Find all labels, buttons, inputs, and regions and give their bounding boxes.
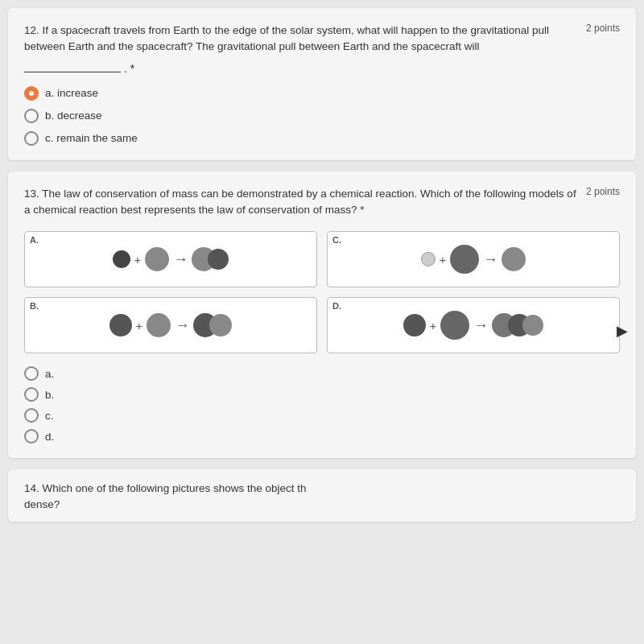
diagram-b: B. + → — [24, 297, 317, 353]
q12-label-c: c. remain the same — [45, 132, 138, 144]
q13-radio-b[interactable] — [24, 387, 39, 402]
diagram-d-molecules: + → — [403, 311, 544, 340]
circle-d-2 — [440, 311, 469, 340]
diagram-a-label: A. — [30, 235, 39, 245]
q12-label-a: a. increase — [45, 87, 98, 99]
arrow-c: → — [483, 251, 497, 268]
q13-body: The law of conservation of mass can be d… — [24, 188, 576, 216]
circle-c-r — [502, 247, 526, 271]
diagram-d: D. + → — [327, 297, 620, 353]
duo-a-result — [192, 247, 229, 271]
circle-a-1 — [113, 250, 130, 268]
diagram-b-label: B. — [30, 301, 39, 311]
diagram-a-molecules: + → — [113, 247, 229, 271]
q13-radio-c[interactable] — [24, 408, 39, 423]
circle-a-r2 — [208, 249, 229, 270]
q13-option-b[interactable]: b. — [24, 387, 620, 402]
q13-number: 13. — [24, 188, 39, 200]
q12-option-a[interactable]: a. increase — [24, 86, 620, 101]
q13-option-d[interactable]: d. — [24, 429, 620, 444]
question-12-header: 12. If a spacecraft travels from Earth t… — [24, 23, 620, 56]
plus-b: + — [136, 319, 143, 332]
q14-number: 14. — [24, 482, 39, 494]
diagram-a: A. + → — [24, 231, 317, 287]
q12-fill-blank-line: . * — [24, 62, 620, 75]
question-13-text: 13. The law of conservation of mass can … — [24, 186, 578, 219]
question-12-text: 12. If a spacecraft travels from Earth t… — [24, 23, 578, 56]
diagram-c-molecules: + → — [421, 245, 526, 274]
q13-label-b: b. — [45, 389, 54, 401]
q13-label-c: c. — [45, 410, 54, 422]
diagram-d-label: D. — [332, 301, 341, 311]
q12-option-b[interactable]: b. decrease — [24, 109, 620, 123]
q12-radio-c[interactable] — [24, 131, 39, 146]
question-14-card: 14. Which one of the following pictures … — [8, 469, 636, 522]
plus-a: + — [134, 253, 142, 266]
q13-points: 2 points — [586, 186, 620, 197]
diagrams-grid: A. + → C. + → — [24, 231, 620, 353]
q12-radio-a[interactable] — [24, 86, 39, 101]
q12-number: 12. — [24, 24, 39, 36]
q13-radio-d[interactable] — [24, 429, 39, 444]
circle-d-1 — [403, 314, 426, 336]
q12-options-list: a. increase b. decrease c. remain the sa… — [24, 86, 620, 146]
diagram-c: C. + → — [327, 231, 620, 287]
q14-body: Which one of the following pictures show… — [43, 482, 307, 494]
q12-label-b: b. decrease — [45, 109, 102, 122]
q12-points: 2 points — [586, 23, 620, 34]
arrow-d: → — [473, 317, 488, 334]
circle-c-2 — [450, 245, 479, 274]
q12-radio-a-inner — [29, 91, 34, 96]
circle-b-1 — [109, 314, 132, 336]
plus-c: + — [440, 253, 447, 266]
question-12-card: 12. If a spacecraft travels from Earth t… — [8, 8, 636, 160]
q13-option-c[interactable]: c. — [24, 408, 620, 423]
circle-b-2 — [147, 313, 171, 337]
circle-c-1 — [421, 252, 436, 266]
q12-radio-b[interactable] — [24, 109, 39, 123]
arrow-a: → — [173, 251, 188, 268]
q12-option-c[interactable]: c. remain the same — [24, 131, 620, 146]
q13-label-a: a. — [45, 368, 54, 380]
circle-b-r2 — [209, 314, 232, 336]
question-13-header: 13. The law of conservation of mass can … — [24, 186, 620, 219]
question-13-card: 13. The law of conservation of mass can … — [8, 171, 636, 459]
arrow-b: → — [175, 317, 189, 334]
trio-d-result — [492, 313, 543, 337]
circle-a-2 — [145, 247, 169, 271]
q14-body2: dense? — [24, 498, 60, 510]
diagram-c-label: C. — [332, 235, 341, 245]
diagram-b-molecules: + → — [109, 313, 233, 337]
plus-d: + — [430, 319, 437, 332]
q13-radio-a[interactable] — [24, 366, 39, 381]
q13-option-a[interactable]: a. — [24, 366, 620, 381]
q13-options-list: a. b. c. d. — [24, 366, 620, 444]
circle-d-r3 — [522, 315, 543, 336]
q12-body: If a spacecraft travels from Earth to th… — [24, 24, 549, 52]
q13-label-d: d. — [45, 431, 54, 443]
question-14-text: 14. Which one of the following pictures … — [24, 481, 620, 514]
blank-line — [24, 72, 121, 72]
duo-b-result — [193, 313, 232, 337]
